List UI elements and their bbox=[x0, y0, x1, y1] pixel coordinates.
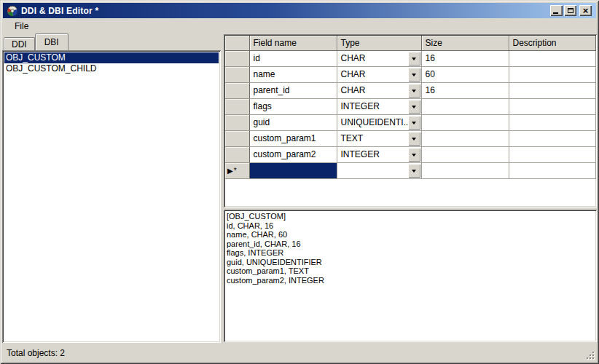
row-header[interactable] bbox=[225, 50, 249, 66]
row-header[interactable] bbox=[225, 66, 249, 82]
tab-strip: DDI DBI bbox=[4, 33, 68, 50]
cell-type[interactable]: UNIQUEIDENTI... bbox=[337, 114, 421, 130]
type-dropdown-button[interactable] bbox=[408, 100, 420, 114]
tab-dbi[interactable]: DBI bbox=[35, 33, 68, 50]
cell-type[interactable]: INTEGER bbox=[337, 146, 421, 162]
grid-corner-cell[interactable] bbox=[225, 36, 249, 50]
app-window: DDI & DBI Editor * × File DDI DBI OBJ_CU… bbox=[0, 0, 599, 364]
minimize-icon bbox=[553, 12, 558, 14]
cell-size[interactable]: 16 bbox=[421, 50, 509, 66]
cell-type[interactable]: CHAR bbox=[337, 66, 421, 82]
cell-field-name-selected[interactable] bbox=[249, 162, 337, 178]
tab-ddi[interactable]: DDI bbox=[4, 37, 35, 50]
titlebar[interactable]: DDI & DBI Editor * × bbox=[3, 3, 596, 18]
status-text: Total objects: 2 bbox=[7, 348, 65, 358]
table-row: flags INTEGER bbox=[225, 98, 595, 114]
menu-bar: File bbox=[3, 19, 596, 33]
type-dropdown-button[interactable] bbox=[408, 68, 420, 82]
cell-field-name[interactable]: custom_param1 bbox=[249, 130, 337, 146]
cell-size[interactable] bbox=[421, 162, 509, 178]
status-bar: Total objects: 2 bbox=[2, 344, 597, 362]
type-value: INTEGER bbox=[341, 101, 380, 111]
fields-grid: Field name Type Size Description id CHAR… bbox=[224, 34, 597, 207]
window-controls: × bbox=[550, 5, 592, 16]
table-row: id CHAR 16 bbox=[225, 50, 595, 66]
row-header[interactable] bbox=[225, 98, 249, 114]
type-dropdown-button[interactable] bbox=[408, 132, 420, 146]
cell-description[interactable] bbox=[509, 66, 595, 82]
type-dropdown-button[interactable] bbox=[408, 164, 420, 178]
type-value: CHAR bbox=[341, 85, 366, 95]
preview-line: custom_param1, TEXT bbox=[227, 266, 594, 276]
ddl-preview-textbox[interactable]: [OBJ_CUSTOM] id, CHAR, 16 name, CHAR, 60… bbox=[224, 210, 597, 342]
table-row: parent_id CHAR 16 bbox=[225, 82, 595, 98]
cell-type[interactable]: CHAR bbox=[337, 50, 421, 66]
new-row-marker-icon: ▶* bbox=[227, 167, 238, 175]
table-row: custom_param2 INTEGER bbox=[225, 146, 595, 162]
list-item-obj-custom-child[interactable]: OBJ_CUSTOM_CHILD bbox=[4, 63, 219, 74]
preview-line: custom_param2, INTEGER bbox=[227, 276, 594, 285]
cell-size[interactable] bbox=[421, 98, 509, 114]
cell-size[interactable]: 16 bbox=[421, 82, 509, 98]
grid-header-row: Field name Type Size Description bbox=[225, 36, 595, 50]
resize-grip[interactable] bbox=[586, 351, 595, 360]
cell-description[interactable] bbox=[509, 162, 595, 178]
preview-line: parent_id, CHAR, 16 bbox=[227, 240, 594, 249]
object-list[interactable]: OBJ_CUSTOM OBJ_CUSTOM_CHILD bbox=[2, 50, 221, 343]
cell-size[interactable] bbox=[421, 130, 509, 146]
table-row: custom_param1 TEXT bbox=[225, 130, 595, 146]
row-header[interactable] bbox=[225, 114, 249, 130]
cell-size[interactable] bbox=[421, 114, 509, 130]
minimize-button[interactable] bbox=[550, 5, 563, 16]
preview-line: flags, INTEGER bbox=[227, 248, 594, 258]
menu-file[interactable]: File bbox=[9, 20, 34, 33]
cell-type[interactable]: INTEGER bbox=[337, 98, 421, 114]
cell-description[interactable] bbox=[509, 146, 595, 162]
list-item-obj-custom[interactable]: OBJ_CUSTOM bbox=[4, 52, 219, 63]
type-value: TEXT bbox=[341, 133, 364, 143]
cell-description[interactable] bbox=[509, 50, 595, 66]
col-header-size[interactable]: Size bbox=[421, 36, 509, 50]
table-row: guid UNIQUEIDENTI... bbox=[225, 114, 595, 130]
type-value: UNIQUEIDENTI... bbox=[341, 117, 411, 127]
cell-description[interactable] bbox=[509, 82, 595, 98]
cell-size[interactable]: 60 bbox=[421, 66, 509, 82]
cell-description[interactable] bbox=[509, 98, 595, 114]
cell-description[interactable] bbox=[509, 114, 595, 130]
cell-field-name[interactable]: custom_param2 bbox=[249, 146, 337, 162]
preview-line: id, CHAR, 16 bbox=[227, 221, 594, 231]
col-header-field-name[interactable]: Field name bbox=[249, 36, 337, 50]
table-row: name CHAR 60 bbox=[225, 66, 595, 82]
window-title: DDI & DBI Editor * bbox=[21, 6, 550, 16]
cell-field-name[interactable]: guid bbox=[249, 114, 337, 130]
preview-line: [OBJ_CUSTOM] bbox=[227, 212, 594, 221]
col-header-type[interactable]: Type bbox=[337, 36, 421, 50]
type-dropdown-button[interactable] bbox=[408, 148, 420, 162]
cell-description[interactable] bbox=[509, 130, 595, 146]
row-header[interactable] bbox=[225, 146, 249, 162]
cell-field-name[interactable]: flags bbox=[249, 98, 337, 114]
row-header[interactable] bbox=[225, 82, 249, 98]
cell-field-name[interactable]: name bbox=[249, 66, 337, 82]
close-button[interactable]: × bbox=[579, 5, 592, 16]
grid-new-row: ▶* bbox=[225, 162, 595, 178]
cell-field-name[interactable]: parent_id bbox=[249, 82, 337, 98]
preview-line: name, CHAR, 60 bbox=[227, 230, 594, 240]
new-row-header[interactable]: ▶* bbox=[225, 162, 249, 178]
cell-type[interactable]: TEXT bbox=[337, 130, 421, 146]
cell-type[interactable] bbox=[337, 162, 421, 178]
cell-size[interactable] bbox=[421, 146, 509, 162]
type-dropdown-button[interactable] bbox=[408, 52, 420, 66]
close-icon: × bbox=[583, 7, 589, 15]
type-value: INTEGER bbox=[341, 149, 380, 159]
fields-grid-table: Field name Type Size Description id CHAR… bbox=[225, 36, 596, 179]
type-dropdown-button[interactable] bbox=[408, 84, 420, 98]
maximize-button[interactable] bbox=[564, 5, 576, 16]
cell-type[interactable]: CHAR bbox=[337, 82, 421, 98]
cell-field-name[interactable]: id bbox=[249, 50, 337, 66]
col-header-description[interactable]: Description bbox=[509, 36, 595, 50]
type-dropdown-button[interactable] bbox=[408, 116, 420, 130]
app-icon[interactable] bbox=[7, 5, 18, 17]
type-value: CHAR bbox=[341, 69, 366, 79]
row-header[interactable] bbox=[225, 130, 249, 146]
